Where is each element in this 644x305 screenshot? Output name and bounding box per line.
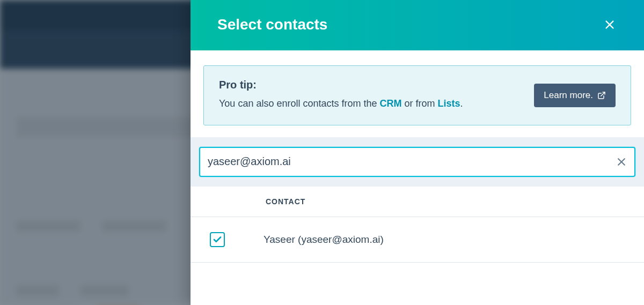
search-box [199, 147, 635, 177]
tip-heading: Pro tip: [219, 79, 463, 91]
lists-link[interactable]: Lists [438, 98, 460, 109]
learn-more-label: Learn more. [544, 90, 593, 101]
panel-title: Select contacts [217, 16, 327, 33]
check-icon [213, 235, 222, 244]
clear-search-button[interactable] [616, 157, 627, 167]
search-section [191, 137, 644, 187]
search-input[interactable] [208, 148, 616, 176]
external-link-icon [597, 91, 606, 100]
close-icon [604, 19, 616, 31]
select-contacts-panel: Select contacts Pro tip: You can also en… [191, 0, 644, 305]
panel-header: Select contacts [191, 0, 644, 50]
contact-result-row[interactable]: Yaseer (yaseer@axiom.ai) [191, 217, 644, 263]
contact-checkbox[interactable] [210, 232, 225, 247]
tip-body: You can also enroll contacts from the CR… [219, 95, 463, 112]
column-header-contact: CONTACT [191, 187, 644, 217]
close-icon [616, 157, 627, 167]
svg-line-2 [601, 92, 605, 96]
close-button[interactable] [602, 17, 617, 32]
tip-text-block: Pro tip: You can also enroll contacts fr… [219, 79, 463, 112]
learn-more-button[interactable]: Learn more. [534, 84, 616, 107]
crm-link[interactable]: CRM [380, 98, 402, 109]
contact-label: Yaseer (yaseer@axiom.ai) [264, 234, 384, 246]
pro-tip-banner: Pro tip: You can also enroll contacts fr… [203, 65, 631, 125]
